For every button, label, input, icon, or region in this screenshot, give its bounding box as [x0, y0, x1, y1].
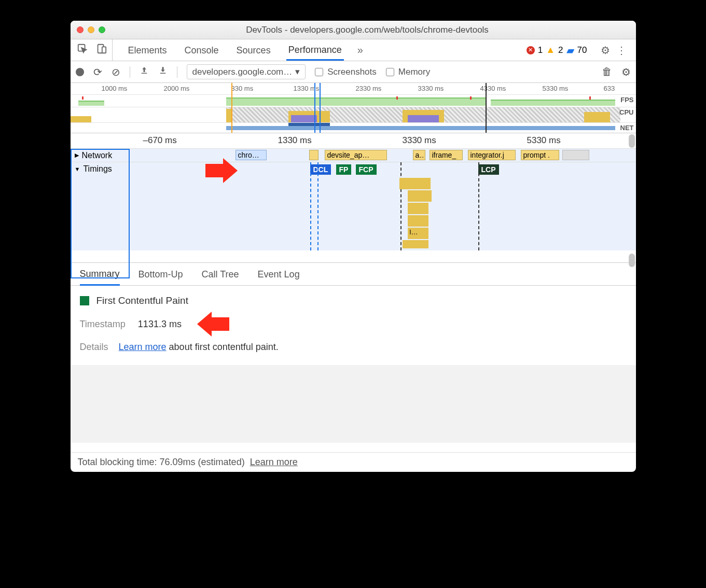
network-item[interactable]: prompt .: [521, 150, 559, 160]
timestamp-value: 1131.3 ms: [138, 319, 182, 330]
paint-swatch-icon: [80, 296, 89, 305]
tick: 330 ms: [231, 85, 254, 92]
gear-icon[interactable]: ⚙: [601, 44, 610, 57]
fps-label: FPS: [620, 96, 633, 104]
chevron-down-icon: ▾: [295, 66, 300, 77]
device-icon[interactable]: [95, 43, 107, 57]
tbt-text: Total blocking time: 76.09ms (estimated): [78, 457, 245, 468]
details-tab-bar: Summary Bottom-Up Call Tree Event Log: [71, 263, 636, 286]
tab-summary[interactable]: Summary: [80, 263, 120, 286]
capture-settings-icon[interactable]: ⚙: [621, 66, 631, 78]
arrow-annotation: [205, 158, 238, 183]
tick: 3330 ms: [418, 85, 444, 92]
tab-sources[interactable]: Sources: [234, 40, 273, 60]
download-icon[interactable]: [158, 66, 168, 78]
tick: –670 ms: [143, 135, 177, 146]
summary-panel: First Contentful Paint Timestamp 1131.3 …: [71, 286, 636, 452]
badge-lcp[interactable]: LCP: [478, 164, 499, 175]
svg-rect-4: [160, 73, 165, 74]
network-label: Network: [82, 151, 113, 160]
window-controls: [77, 26, 105, 33]
details-text: about first contentful paint.: [167, 342, 279, 352]
learn-more-link[interactable]: Learn more: [119, 342, 167, 352]
tab-call-tree[interactable]: Call Tree: [202, 263, 239, 285]
minimize-icon[interactable]: [88, 26, 94, 33]
record-button[interactable]: [76, 68, 84, 76]
network-item[interactable]: [309, 150, 319, 160]
screenshots-label: Screenshots: [327, 67, 377, 77]
error-count: 1: [538, 45, 543, 55]
target-dropdown[interactable]: developers.google.com… ▾: [187, 64, 306, 79]
badge-dcl[interactable]: DCL: [310, 164, 331, 175]
event-name: First Contentful Paint: [96, 295, 188, 306]
timings-label: Timings: [83, 164, 112, 174]
tick: 3330 ms: [403, 135, 436, 146]
tick: 4330 ms: [480, 85, 506, 92]
perf-toolbar: ⟳ ⊘ developers.google.com… ▾ Screenshots…: [71, 61, 636, 83]
reload-icon[interactable]: ⟳: [93, 66, 102, 78]
message-count: 70: [577, 45, 587, 55]
overview-ruler: 1000 ms 2000 ms 330 ms 1330 ms 2330 ms 3…: [71, 83, 636, 94]
network-item[interactable]: [562, 150, 589, 160]
svg-rect-2: [102, 47, 105, 53]
more-tabs-icon[interactable]: »: [357, 44, 363, 56]
zoom-icon[interactable]: [99, 26, 105, 33]
long-task[interactable]: l…: [408, 228, 428, 239]
network-item[interactable]: as: [413, 150, 425, 160]
badge-fp[interactable]: FP: [336, 164, 352, 175]
target-label: developers.google.com…: [192, 67, 293, 77]
network-item[interactable]: integrator.j: [468, 150, 516, 160]
devtools-window: DevTools - developers.google.com/web/too…: [71, 21, 636, 472]
badge-fcp[interactable]: FCP: [356, 164, 377, 175]
tick: 2330 ms: [356, 85, 382, 92]
screenshots-checkbox[interactable]: Screenshots: [315, 67, 377, 77]
tick: 1000 ms: [102, 85, 128, 92]
status-bar: Total blocking time: 76.09ms (estimated)…: [71, 452, 636, 472]
tick: 633: [604, 85, 615, 92]
window-title: DevTools - developers.google.com/web/too…: [105, 25, 630, 35]
tab-console[interactable]: Console: [183, 40, 221, 60]
scrollbar-thumb[interactable]: [629, 254, 635, 267]
memory-checkbox[interactable]: Memory: [386, 67, 430, 77]
tick: 2000 ms: [164, 85, 190, 92]
svg-rect-3: [141, 73, 147, 74]
timestamp-label: Timestamp: [80, 319, 126, 330]
track-cpu: CPU: [71, 107, 636, 122]
tab-performance[interactable]: Performance: [286, 40, 344, 61]
empty-area: [71, 365, 636, 443]
memory-label: Memory: [398, 67, 430, 77]
clear-icon[interactable]: ⊘: [112, 66, 120, 78]
tick: 1330 ms: [278, 135, 312, 146]
tab-elements[interactable]: Elements: [126, 40, 169, 60]
tick: 1330 ms: [294, 85, 320, 92]
warning-icon[interactable]: ▲: [546, 45, 555, 55]
close-icon[interactable]: [77, 26, 84, 33]
error-icon[interactable]: ✕: [527, 46, 535, 54]
flame-ruler: –670 ms 1330 ms 3330 ms 5330 ms: [71, 133, 636, 149]
network-item[interactable]: devsite_ap…: [325, 150, 387, 160]
titlebar: DevTools - developers.google.com/web/too…: [71, 21, 636, 39]
tab-event-log[interactable]: Event Log: [258, 263, 300, 285]
scrollbar-thumb[interactable]: [629, 134, 635, 148]
kebab-icon[interactable]: ⋮: [613, 44, 630, 57]
track-net: NET: [71, 122, 636, 133]
tbt-learn-more-link[interactable]: Learn more: [250, 457, 298, 468]
network-item[interactable]: iframe_: [430, 150, 463, 160]
warning-count: 2: [558, 45, 563, 55]
flame-chart[interactable]: –670 ms 1330 ms 3330 ms 5330 ms ▶Network…: [71, 133, 636, 263]
upload-icon[interactable]: [140, 66, 149, 78]
timings-lane[interactable]: ▼Timings DCL FP FCP LCP l…: [71, 162, 636, 250]
trash-icon[interactable]: 🗑: [602, 66, 612, 78]
message-icon[interactable]: ▰: [566, 44, 574, 57]
tab-bottom-up[interactable]: Bottom-Up: [139, 263, 183, 285]
overview-pane[interactable]: 1000 ms 2000 ms 330 ms 1330 ms 2330 ms 3…: [71, 83, 636, 133]
tick: 5330 ms: [543, 85, 569, 92]
inspect-icon[interactable]: [77, 43, 88, 57]
arrow-annotation: [197, 312, 229, 337]
network-lane[interactable]: ▶Network chro… devsite_ap… as iframe_ in…: [71, 149, 636, 162]
cpu-label: CPU: [619, 108, 633, 116]
tick: 5330 ms: [527, 135, 561, 146]
details-label: Details: [80, 342, 108, 353]
network-item[interactable]: chro…: [236, 150, 267, 160]
main-tab-bar: Elements Console Sources Performance » ✕…: [71, 39, 636, 61]
